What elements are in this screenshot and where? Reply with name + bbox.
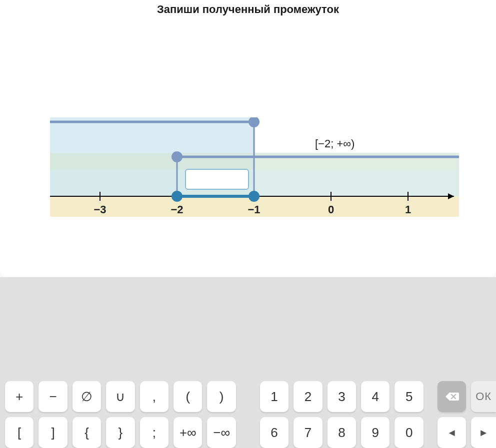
key-comma[interactable]: , <box>140 381 168 412</box>
key-plus[interactable]: + <box>5 381 34 412</box>
key-3[interactable]: 3 <box>328 381 356 412</box>
keyboard-area: + − ∅ ∪ , ( ) 1 2 3 4 5 ОК [ ] { <box>0 277 496 448</box>
interval-label-bottom: [−2; +∞) <box>315 137 354 150</box>
key-semicolon[interactable]: ; <box>140 417 168 448</box>
key-union[interactable]: ∪ <box>106 381 134 412</box>
key-backspace[interactable] <box>438 381 466 412</box>
key-rbracket[interactable]: ] <box>38 417 67 448</box>
tick-label: −1 <box>248 203 260 216</box>
problem-title: Запиши полученный промежуток <box>0 3 496 16</box>
tick-label: −2 <box>170 203 183 216</box>
key-minus-infinity[interactable]: −∞ <box>207 417 236 448</box>
key-ok[interactable]: ОК <box>471 381 496 412</box>
key-9[interactable]: 9 <box>361 417 390 448</box>
answer-input[interactable] <box>185 169 249 190</box>
keyboard-row-1: + − ∅ ∪ , ( ) 1 2 3 4 5 ОК <box>5 381 491 412</box>
tick-label: 0 <box>328 203 334 216</box>
keyboard-row-2: [ ] { } ; +∞ −∞ 6 7 8 9 0 ◄ ► <box>5 417 491 448</box>
tick-label: 1 <box>405 203 411 216</box>
key-6[interactable]: 6 <box>260 417 288 448</box>
key-4[interactable]: 4 <box>361 381 390 412</box>
key-emptyset[interactable]: ∅ <box>72 381 101 412</box>
svg-point-18 <box>172 191 182 202</box>
svg-point-16 <box>172 151 182 162</box>
svg-point-19 <box>248 191 260 202</box>
number-line-diagram: −3 −2 −1 0 1 (−∞; −1] [−2; +∞) <box>50 117 459 217</box>
key-lparen[interactable]: ( <box>174 381 202 412</box>
key-plus-infinity[interactable]: +∞ <box>174 417 202 448</box>
key-arrow-left[interactable]: ◄ <box>438 417 466 448</box>
key-lbracket[interactable]: [ <box>5 417 34 448</box>
backspace-icon <box>445 392 459 402</box>
key-8[interactable]: 8 <box>328 417 356 448</box>
key-rbrace[interactable]: } <box>106 417 134 448</box>
key-arrow-right[interactable]: ► <box>471 417 496 448</box>
key-1[interactable]: 1 <box>260 381 288 412</box>
problem-panel: Запиши полученный промежуток −3 −2 <box>0 0 496 277</box>
key-2[interactable]: 2 <box>294 381 322 412</box>
key-rparen[interactable]: ) <box>207 381 236 412</box>
tick-label: −3 <box>94 203 106 216</box>
key-lbrace[interactable]: { <box>72 417 101 448</box>
virtual-keyboard: + − ∅ ∪ , ( ) 1 2 3 4 5 ОК [ ] { <box>0 376 496 448</box>
key-minus[interactable]: − <box>38 381 67 412</box>
key-5[interactable]: 5 <box>394 381 423 412</box>
key-7[interactable]: 7 <box>294 417 322 448</box>
key-0[interactable]: 0 <box>394 417 423 448</box>
